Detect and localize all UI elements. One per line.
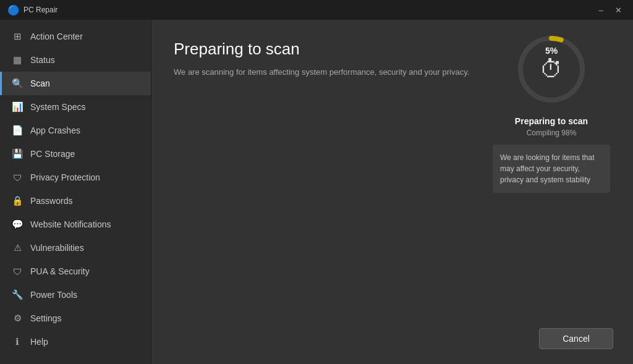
minimize-button[interactable]: – xyxy=(593,4,608,16)
sidebar-item-passwords[interactable]: 🔒 Passwords xyxy=(0,189,151,213)
passwords-icon: 🔒 xyxy=(12,195,23,206)
sidebar-item-privacy-protection[interactable]: 🛡 Privacy Protection xyxy=(0,166,151,189)
progress-percentage: 5% xyxy=(545,46,558,56)
sidebar-item-website-notifications[interactable]: 💬 Website Notifications xyxy=(0,213,151,236)
settings-label: Settings xyxy=(30,313,62,323)
app-crashes-icon: 📄 xyxy=(12,125,23,136)
clock-icon: ⏱ xyxy=(540,56,563,83)
status-icon: ▦ xyxy=(12,54,23,66)
vulnerabilities-icon: ⚠ xyxy=(12,242,23,253)
power-tools-label: Power Tools xyxy=(30,290,77,300)
cancel-button[interactable]: Cancel xyxy=(539,328,613,349)
system-specs-label: System Specs xyxy=(30,102,85,112)
title-bar: 🔵 PC Repair – ✕ xyxy=(0,0,633,20)
progress-ring: ⏱ 5% xyxy=(514,32,588,106)
main-content: Preparing to scan We are scanning for it… xyxy=(151,20,633,364)
sidebar: ⊞ Action Center ▦ Status 🔍 Scan 📊 System… xyxy=(0,20,151,364)
sidebar-item-pc-storage[interactable]: 💾 PC Storage xyxy=(0,142,151,166)
action-center-icon: ⊞ xyxy=(12,31,23,42)
privacy-protection-label: Privacy Protection xyxy=(30,172,100,182)
sidebar-item-pua-security[interactable]: 🛡 PUA & Security xyxy=(0,260,151,283)
app-icon: 🔵 xyxy=(7,4,19,15)
settings-icon: ⚙ xyxy=(12,313,23,324)
website-notifications-icon: 💬 xyxy=(12,219,23,230)
help-icon: ℹ xyxy=(12,336,23,347)
sidebar-item-status[interactable]: ▦ Status xyxy=(0,48,151,72)
cancel-btn-wrap: Cancel xyxy=(539,328,613,349)
pua-security-label: PUA & Security xyxy=(30,266,90,276)
scan-icon: 🔍 xyxy=(12,78,23,89)
scan-tooltip: We are looking for items that may affect… xyxy=(493,145,610,193)
title-bar-controls: – ✕ xyxy=(593,4,626,16)
power-tools-icon: 🔧 xyxy=(12,289,23,300)
passwords-label: Passwords xyxy=(30,196,72,206)
sidebar-item-scan[interactable]: 🔍 Scan xyxy=(0,72,151,95)
close-button[interactable]: ✕ xyxy=(611,4,626,16)
sidebar-item-power-tools[interactable]: 🔧 Power Tools xyxy=(0,283,151,307)
pua-security-icon: 🛡 xyxy=(12,266,23,277)
sidebar-item-vulnerabilities[interactable]: ⚠ Vulnerabilities xyxy=(0,236,151,260)
pc-storage-label: PC Storage xyxy=(30,149,75,159)
action-center-label: Action Center xyxy=(30,32,83,41)
scan-status-label: Preparing to scan xyxy=(515,116,588,126)
privacy-protection-icon: 🛡 xyxy=(12,172,23,183)
sidebar-item-system-specs[interactable]: 📊 System Specs xyxy=(0,95,151,119)
status-label: Status xyxy=(30,55,55,65)
app-crashes-label: App Crashes xyxy=(30,125,80,135)
title-bar-left: 🔵 PC Repair xyxy=(7,4,57,15)
pc-storage-icon: 💾 xyxy=(12,148,23,159)
sidebar-item-action-center[interactable]: ⊞ Action Center xyxy=(0,25,151,48)
help-label: Help xyxy=(30,337,48,347)
sidebar-item-help[interactable]: ℹ Help xyxy=(0,330,151,353)
system-specs-icon: 📊 xyxy=(12,101,23,112)
app-title: PC Repair xyxy=(23,6,57,14)
sidebar-item-app-crashes[interactable]: 📄 App Crashes xyxy=(0,119,151,142)
scan-visual: ⏱ 5% Preparing to scan Compiling 98% We … xyxy=(490,32,613,193)
website-notifications-label: Website Notifications xyxy=(30,219,111,229)
sidebar-item-settings[interactable]: ⚙ Settings xyxy=(0,307,151,330)
scan-label: Scan xyxy=(30,78,50,88)
app-body: ⊞ Action Center ▦ Status 🔍 Scan 📊 System… xyxy=(0,20,633,364)
vulnerabilities-label: Vulnerabilities xyxy=(30,243,84,253)
scan-sub-label: Compiling 98% xyxy=(527,129,577,137)
page-subtitle: We are scanning for items affecting syst… xyxy=(174,66,483,78)
